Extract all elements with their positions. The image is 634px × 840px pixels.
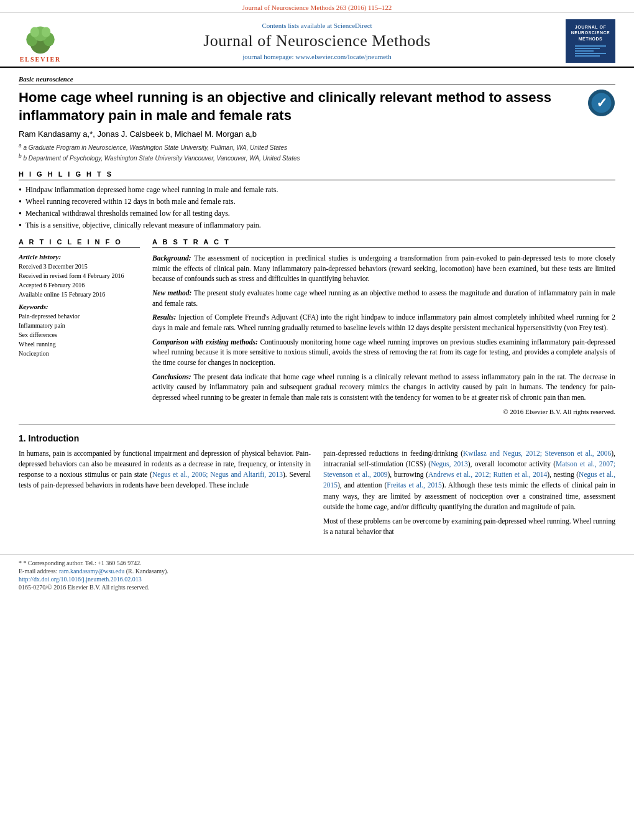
history-label: Article history: bbox=[19, 253, 140, 261]
corresponding-note: * * Corresponding author. Tel.: +1 360 5… bbox=[19, 560, 615, 566]
doi-link[interactable]: http://dx.doi.org/10.1016/j.jneumeth.201… bbox=[19, 576, 142, 583]
svg-point-5 bbox=[30, 27, 40, 37]
email-link[interactable]: ram.kandasamy@wsu.edu bbox=[59, 568, 124, 575]
intro-section: 1. Introduction In humans, pain is accom… bbox=[19, 433, 615, 542]
abstract-comparison: Comparison with existing methods: Contin… bbox=[152, 337, 615, 368]
journal-contents: Contents lists available at ScienceDirec… bbox=[68, 22, 566, 29]
journal-citation: Journal of Neuroscience Methods 263 (201… bbox=[242, 4, 392, 11]
elsevier-label: ELSEVIER bbox=[20, 56, 62, 63]
crossmark-icon: ✓ bbox=[587, 89, 615, 117]
highlights-heading: H I G H L I G H T S bbox=[19, 170, 615, 180]
highlights-list: • Hindpaw inflammation depressed home ca… bbox=[19, 185, 615, 231]
issn-line: 0165-0270/© 2016 Elsevier B.V. All right… bbox=[19, 584, 615, 591]
bullet-icon: • bbox=[19, 185, 22, 195]
intro-col-right: pain-depressed reductions in feeding/dri… bbox=[323, 448, 615, 542]
abstract-bg-label: Background: bbox=[152, 254, 191, 262]
abstract-col: A B S T R A C T Background: The assessme… bbox=[152, 238, 615, 415]
abstract-r-label: Results: bbox=[152, 313, 176, 321]
journal-homepage: journal homepage: www.elsevier.com/locat… bbox=[68, 53, 566, 60]
highlight-item: • Hindpaw inflammation depressed home ca… bbox=[19, 185, 615, 195]
homepage-link[interactable]: www.elsevier.com/locate/jneumeth bbox=[295, 53, 391, 60]
abstract-conc-label: Conclusions: bbox=[152, 373, 191, 381]
logo-decoration bbox=[575, 44, 606, 58]
journal-center: Contents lists available at ScienceDirec… bbox=[68, 22, 566, 60]
bullet-icon: • bbox=[19, 221, 22, 231]
svg-text:✓: ✓ bbox=[596, 95, 607, 111]
ref-negus-2013[interactable]: Negus, 2013 bbox=[431, 460, 468, 468]
intro-heading: 1. Introduction bbox=[19, 433, 615, 443]
abstract-nm-label: New method: bbox=[152, 289, 191, 297]
keywords-label: Keywords: bbox=[19, 303, 140, 310]
affiliation-a: a a Graduate Program in Neuroscience, Wa… bbox=[19, 142, 615, 151]
svg-point-6 bbox=[42, 27, 51, 37]
intro-col-left: In humans, pain is accompanied by functi… bbox=[19, 448, 311, 542]
intro-text-right: pain-depressed reductions in feeding/dri… bbox=[323, 448, 615, 538]
history-text: Received 3 December 2015 Received in rev… bbox=[19, 262, 140, 299]
highlight-item: • This is a sensitive, objective, clinic… bbox=[19, 221, 615, 231]
article-info-col: A R T I C L E I N F O Article history: R… bbox=[19, 238, 140, 415]
elsevier-tree-icon bbox=[19, 24, 62, 55]
page-footer: * * Corresponding author. Tel.: +1 360 5… bbox=[0, 554, 634, 596]
doi-line: http://dx.doi.org/10.1016/j.jneumeth.201… bbox=[19, 576, 615, 583]
email-note: E-mail address: ram.kandasamy@wsu.edu (R… bbox=[19, 568, 615, 575]
intro-body: In humans, pain is accompanied by functi… bbox=[19, 448, 615, 542]
elsevier-logo: ELSEVIER bbox=[12, 19, 68, 63]
abstract-c-label: Comparison with existing methods: bbox=[152, 338, 258, 346]
affiliation-b: b b Department of Psychology, Washington… bbox=[19, 153, 615, 162]
ref-negus-2006[interactable]: Negus et al., 2006; Negus and Altarifi, … bbox=[152, 471, 283, 478]
sciencedirect-link[interactable]: ScienceDirect bbox=[334, 22, 372, 29]
abstract-new-method: New method: The present study evaluates … bbox=[152, 288, 615, 308]
journal-header: ELSEVIER Contents lists available at Sci… bbox=[0, 13, 634, 68]
abstract-background: Background: The assessment of nociceptio… bbox=[152, 253, 615, 284]
article-title: Home cage wheel running is an objective … bbox=[19, 89, 575, 124]
article-header: Home cage wheel running is an objective … bbox=[19, 89, 615, 124]
abstract-results: Results: Injection of Complete Freund's … bbox=[152, 312, 615, 333]
bullet-icon: • bbox=[19, 197, 22, 207]
footnote-star: * bbox=[19, 560, 24, 566]
section-type: Basic neuroscience bbox=[19, 75, 615, 85]
journal-title: Journal of Neuroscience Methods bbox=[68, 32, 566, 50]
authors: Ram Kandasamy a,*, Jonas J. Calsbeek b, … bbox=[19, 129, 615, 139]
highlights-section: H I G H L I G H T S • Hindpaw inflammati… bbox=[19, 170, 615, 231]
section-divider bbox=[19, 424, 615, 425]
main-content: Basic neuroscience Home cage wheel runni… bbox=[0, 75, 634, 554]
intro-text-left: In humans, pain is accompanied by functi… bbox=[19, 448, 311, 491]
abstract-heading: A B S T R A C T bbox=[152, 238, 615, 248]
logo-text: JOURNAL OF NEUROSCIENCE METHODS bbox=[571, 24, 610, 41]
ref-kwilasz[interactable]: Kwilasz and Negus, 2012; Stevenson et al… bbox=[463, 450, 611, 457]
abstract-conclusions: Conclusions: The present data indicate t… bbox=[152, 372, 615, 403]
highlight-item: • Mechanical withdrawal thresholds remai… bbox=[19, 209, 615, 219]
article-info-heading: A R T I C L E I N F O bbox=[19, 238, 140, 248]
copyright-line: © 2016 Elsevier B.V. All rights reserved… bbox=[152, 408, 615, 415]
ref-andrews[interactable]: Andrews et al., 2012; Rutten et al., 201… bbox=[428, 471, 547, 478]
highlight-item: • Wheel running recovered within 12 days… bbox=[19, 197, 615, 207]
page: Journal of Neuroscience Methods 263 (201… bbox=[0, 0, 634, 840]
journal-top-bar: Journal of Neuroscience Methods 263 (201… bbox=[0, 0, 634, 13]
journal-logo-right: JOURNAL OF NEUROSCIENCE METHODS bbox=[566, 19, 615, 63]
keywords-text: Pain-depressed behavior Inflammatory pai… bbox=[19, 312, 140, 358]
bullet-icon: • bbox=[19, 209, 22, 219]
ref-freitas[interactable]: Freitas et al., 2015 bbox=[387, 481, 442, 489]
article-info-abstract: A R T I C L E I N F O Article history: R… bbox=[19, 238, 615, 415]
